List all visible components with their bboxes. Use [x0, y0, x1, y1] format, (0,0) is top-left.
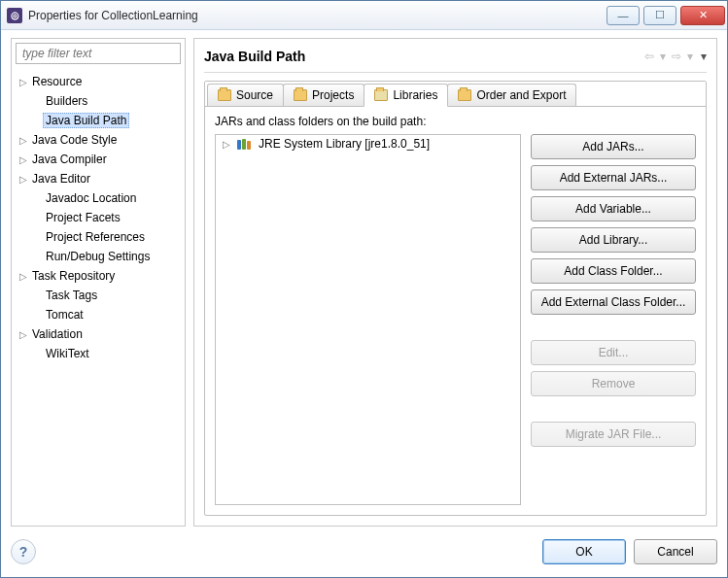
main-row: ▷ResourceBuildersJava Build Path▷Java Co… [11, 38, 717, 527]
tree-item-resource[interactable]: ▷Resource [12, 72, 185, 91]
forward-icon: ⇨ [670, 50, 683, 63]
help-button[interactable]: ? [11, 539, 36, 564]
back-menu-icon: ▾ [658, 50, 668, 63]
property-page: Java Build Path ⇦ ▾ ⇨ ▾ ▾ SourceProjects… [193, 38, 717, 527]
libraries-caption: JARs and class folders on the build path… [215, 115, 696, 128]
migrate-jar-button: Migrate JAR File... [531, 422, 696, 447]
filter-wrap [16, 43, 181, 64]
tab-content-libraries: JARs and class folders on the build path… [205, 107, 706, 515]
tree-item-label: Run/Debug Settings [43, 249, 153, 264]
tree-item-tomcat[interactable]: Tomcat [12, 305, 185, 324]
tree-twisty-icon[interactable]: ▷ [17, 271, 29, 282]
library-entry[interactable]: ▷JRE System Library [jre1.8.0_51] [216, 135, 520, 153]
cancel-button[interactable]: Cancel [634, 539, 717, 564]
libraries-row: ▷JRE System Library [jre1.8.0_51] Add JA… [215, 134, 696, 505]
tree-item-label: Java Build Path [43, 113, 129, 128]
tree-item-project-references[interactable]: Project References [12, 227, 185, 247]
page-header: Java Build Path ⇦ ▾ ⇨ ▾ ▾ [204, 45, 707, 68]
tree-twisty-icon[interactable]: ▷ [17, 174, 29, 185]
folder-icon [218, 89, 231, 101]
tree-item-label: Task Tags [43, 288, 100, 303]
button-column: Add JARs... Add External JARs... Add Var… [531, 134, 696, 505]
titlebar[interactable]: ◎ Properties for CollectionLearning — ☐ … [1, 1, 727, 30]
tab-strip: SourceProjectsLibrariesOrder and Export [205, 82, 706, 107]
dialog-body: ▷ResourceBuildersJava Build Path▷Java Co… [1, 30, 727, 577]
dialog-footer: ? OK Cancel [11, 527, 717, 567]
library-label: JRE System Library [jre1.8.0_51] [259, 137, 430, 151]
tree-item-project-facets[interactable]: Project Facets [12, 208, 185, 227]
tree-twisty-icon[interactable]: ▷ [222, 139, 231, 150]
add-jars-button[interactable]: Add JARs... [531, 134, 696, 159]
tree-twisty-icon[interactable]: ▷ [17, 154, 29, 165]
tree-item-label: Task Repository [29, 268, 118, 284]
tree-item-label: Tomcat [43, 307, 87, 323]
add-external-class-folder-button[interactable]: Add External Class Folder... [531, 289, 696, 315]
tree-item-builders[interactable]: Builders [12, 91, 185, 111]
tab-order-and-export[interactable]: Order and Export [447, 84, 576, 106]
tab-label: Source [236, 88, 273, 102]
view-menu-icon[interactable]: ▾ [697, 50, 707, 63]
tab-projects[interactable]: Projects [283, 84, 364, 106]
tab-label: Order and Export [476, 88, 566, 102]
tree-item-label: Validation [29, 326, 86, 342]
page-title: Java Build Path [204, 49, 642, 64]
tree-item-java-editor[interactable]: ▷Java Editor [12, 169, 185, 188]
folder-icon [374, 89, 388, 101]
tree-item-java-compiler[interactable]: ▷Java Compiler [12, 150, 185, 169]
tree-item-label: Java Editor [29, 171, 93, 187]
tab-label: Projects [312, 88, 354, 102]
tree-twisty-icon[interactable]: ▷ [17, 77, 29, 87]
tree-item-label: Resource [29, 74, 85, 89]
back-icon: ⇦ [642, 50, 656, 63]
tab-libraries[interactable]: Libraries [364, 84, 448, 107]
category-pane: ▷ResourceBuildersJava Build Path▷Java Co… [11, 38, 186, 527]
tree-item-label: Project References [43, 229, 148, 245]
libraries-list[interactable]: ▷JRE System Library [jre1.8.0_51] [215, 134, 521, 505]
add-class-folder-button[interactable]: Add Class Folder... [531, 258, 696, 284]
tree-item-label: Java Compiler [29, 152, 110, 167]
tree-item-run-debug-settings[interactable]: Run/Debug Settings [12, 247, 185, 266]
ok-button[interactable]: OK [542, 539, 626, 564]
tree-item-task-repository[interactable]: ▷Task Repository [12, 266, 185, 286]
remove-button: Remove [531, 371, 696, 396]
maximize-button[interactable]: ☐ [643, 6, 676, 25]
window-title: Properties for CollectionLearning [28, 9, 603, 22]
library-icon [237, 139, 253, 150]
forward-menu-icon: ▾ [685, 50, 695, 63]
tree-item-label: Builders [43, 93, 90, 109]
eclipse-icon: ◎ [7, 8, 22, 23]
tree-item-wikitext[interactable]: WikiText [12, 344, 185, 363]
folder-icon [458, 89, 471, 101]
tree-twisty-icon[interactable]: ▷ [17, 135, 29, 146]
close-button[interactable]: ✕ [680, 6, 725, 25]
dialog-window: ◎ Properties for CollectionLearning — ☐ … [0, 0, 728, 578]
tree-item-label: Project Facets [43, 210, 123, 225]
tree-item-java-code-style[interactable]: ▷Java Code Style [12, 130, 185, 150]
tree-item-label: WikiText [43, 346, 92, 361]
tree-twisty-icon[interactable]: ▷ [17, 329, 29, 340]
tree-item-label: Java Code Style [29, 132, 120, 148]
tree-item-label: Javadoc Location [43, 190, 139, 206]
tab-source[interactable]: Source [207, 84, 284, 106]
add-external-jars-button[interactable]: Add External JARs... [531, 165, 696, 190]
nav-arrows: ⇦ ▾ ⇨ ▾ ▾ [642, 50, 707, 63]
add-library-button[interactable]: Add Library... [531, 227, 696, 253]
tree-item-java-build-path[interactable]: Java Build Path [12, 111, 185, 130]
window-buttons: — ☐ ✕ [603, 6, 725, 25]
add-variable-button[interactable]: Add Variable... [531, 196, 696, 221]
folder-icon [294, 89, 307, 101]
category-tree[interactable]: ▷ResourceBuildersJava Build Path▷Java Co… [12, 68, 185, 526]
tree-item-task-tags[interactable]: Task Tags [12, 286, 185, 305]
tree-item-javadoc-location[interactable]: Javadoc Location [12, 188, 185, 208]
tab-label: Libraries [393, 88, 437, 102]
separator [204, 72, 707, 73]
tree-item-validation[interactable]: ▷Validation [12, 324, 185, 344]
filter-input[interactable] [16, 43, 181, 64]
minimize-button[interactable]: — [607, 6, 640, 25]
tab-folder: SourceProjectsLibrariesOrder and Export … [204, 81, 707, 516]
edit-button: Edit... [531, 340, 696, 365]
